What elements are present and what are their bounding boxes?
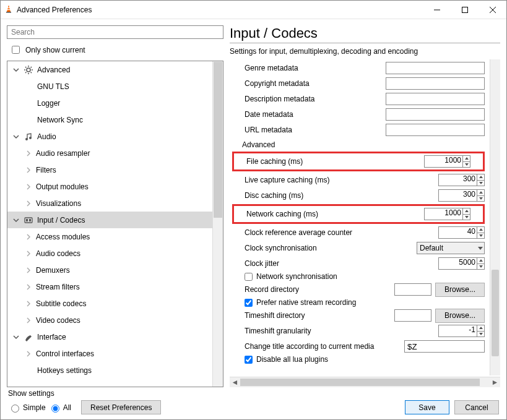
chevron-down-icon (12, 333, 20, 341)
spinner-icon[interactable] (462, 208, 470, 220)
disable-lua-checkbox[interactable] (245, 356, 253, 364)
tree-item-access-modules[interactable]: Access modules (7, 228, 212, 245)
tree-item-gnu-tls[interactable]: GNU TLS (7, 78, 212, 95)
change-title-input[interactable] (404, 340, 485, 353)
svg-line-15 (25, 72, 26, 72)
radio-all[interactable]: All (48, 403, 71, 413)
genre-input[interactable] (386, 62, 485, 74)
tree-item-filters[interactable]: Filters (7, 161, 212, 178)
tree-item-audio-resampler[interactable]: Audio resampler (7, 145, 212, 161)
settings-hscrollbar[interactable]: ◄ ► (230, 377, 500, 387)
scrollbar-thumb[interactable] (240, 379, 480, 386)
spinner-icon[interactable] (477, 227, 484, 238)
tree-item-audio[interactable]: Audio (7, 128, 212, 145)
tree-item-advanced[interactable]: Advanced (7, 61, 212, 78)
field-record-directory: Record directory Browse... (245, 283, 485, 296)
settings-scrollbar[interactable] (490, 59, 500, 375)
description-input[interactable] (386, 93, 485, 105)
tree-item-visualizations[interactable]: Visualizations (7, 195, 212, 212)
chevron-right-icon (25, 233, 32, 241)
scroll-right-icon[interactable]: ► (490, 378, 500, 387)
only-show-current-checkbox[interactable] (12, 46, 20, 54)
tree-item-demuxers[interactable]: Demuxers (7, 262, 212, 278)
svg-rect-1 (6, 12, 11, 13)
search-input[interactable] (7, 25, 223, 39)
tree-item-input-codecs[interactable]: Input / Codecs (7, 212, 212, 228)
field-label: Change title according to current media (245, 342, 404, 351)
save-button[interactable]: Save (405, 400, 449, 414)
radio-simple[interactable]: Simple (8, 403, 46, 413)
tree-item-interface[interactable]: Interface (7, 328, 212, 345)
prefer-native-checkbox[interactable] (245, 299, 253, 307)
field-label: Timeshift directory (245, 311, 394, 320)
tree-item-hotkeys-settings[interactable]: Hotkeys settings (7, 362, 212, 379)
copyright-input[interactable] (386, 77, 485, 90)
url-input[interactable] (386, 124, 485, 136)
field-timeshift-granularity: Timeshift granularity -1 (245, 324, 485, 338)
chevron-right-icon (25, 183, 32, 191)
hscroll-track[interactable] (240, 377, 490, 387)
spinner-icon[interactable] (477, 174, 484, 186)
svg-rect-3 (7, 9, 11, 10)
scrollbar-thumb[interactable] (492, 270, 499, 356)
tree-item-output-modules[interactable]: Output modules (7, 178, 212, 195)
tree-item-subtitle-codecs[interactable]: Subtitle codecs (7, 295, 212, 312)
chevron-right-icon (25, 283, 32, 291)
date-input[interactable] (386, 108, 485, 121)
chevron-down-icon (12, 216, 20, 224)
reset-preferences-button[interactable]: Reset Preferences (81, 400, 161, 414)
radio-simple-input[interactable] (11, 405, 19, 413)
timeshift-dir-input[interactable] (394, 309, 431, 322)
tree-item-video-codecs[interactable]: Video codecs (7, 312, 212, 328)
minimize-button[interactable] (423, 1, 451, 19)
chevron-right-icon (25, 350, 32, 358)
brush-icon (24, 332, 33, 342)
tree-scrollbar[interactable] (212, 61, 223, 387)
tree-label: Input / Codecs (37, 216, 85, 225)
chevron-right-icon (25, 267, 32, 274)
field-url-metadata: URL metadata (245, 123, 485, 137)
field-label: Timeshift granularity (245, 327, 438, 335)
timeshift-dir-browse-button[interactable]: Browse... (435, 309, 485, 323)
tree-item-network-sync[interactable]: Network Sync (7, 111, 212, 128)
vlc-cone-icon (4, 4, 13, 15)
spinner-icon[interactable] (477, 190, 484, 201)
only-show-current[interactable]: Only show current (9, 44, 221, 56)
spinner-icon[interactable] (477, 325, 484, 336)
field-network-caching: Network caching (ms) 1000 (246, 207, 470, 221)
window-controls (423, 1, 506, 19)
field-disc-caching: Disc caching (ms) 300 (245, 189, 485, 202)
timeshift-granularity-input[interactable]: -1 (438, 325, 485, 337)
chevron-right-icon (25, 150, 32, 157)
svg-marker-30 (479, 228, 483, 231)
disc-caching-input[interactable]: 300 (438, 189, 485, 202)
field-prefer-native-recording[interactable]: Prefer native stream recording (245, 298, 485, 307)
clock-ref-avg-input[interactable]: 40 (438, 226, 485, 239)
file-caching-input[interactable]: 1000 (424, 155, 470, 168)
live-capture-caching-input[interactable]: 300 (438, 174, 485, 186)
network-caching-input[interactable]: 1000 (424, 208, 470, 220)
maximize-button[interactable] (451, 1, 479, 19)
cancel-button[interactable]: Cancel (454, 400, 499, 414)
tree-item-control-interfaces[interactable]: Control interfaces (7, 345, 212, 362)
record-dir-input[interactable] (394, 283, 431, 296)
clock-sync-select[interactable]: Default (417, 242, 485, 254)
clock-jitter-input[interactable]: 5000 (438, 257, 485, 270)
svg-marker-28 (465, 210, 469, 212)
spinner-icon[interactable] (462, 156, 470, 167)
network-sync-checkbox[interactable] (245, 273, 253, 281)
close-button[interactable] (479, 1, 506, 19)
field-label: Genre metadata (245, 64, 386, 72)
tree-label: Audio (37, 132, 56, 141)
tree-item-audio-codecs[interactable]: Audio codecs (7, 245, 212, 262)
field-network-synchronisation[interactable]: Network synchronisation (245, 272, 485, 281)
radio-all-input[interactable] (51, 405, 59, 413)
scrollbar-thumb[interactable] (214, 62, 222, 218)
tree-item-stream-filters[interactable]: Stream filters (7, 278, 212, 295)
spinner-icon[interactable] (477, 258, 484, 269)
field-disable-lua[interactable]: Disable all lua plugins (245, 355, 485, 364)
record-dir-browse-button[interactable]: Browse... (435, 283, 485, 297)
field-live-capture-caching: Live capture caching (ms) 300 (245, 173, 485, 187)
scroll-left-icon[interactable]: ◄ (230, 378, 240, 387)
tree-item-logger[interactable]: Logger (7, 95, 212, 111)
